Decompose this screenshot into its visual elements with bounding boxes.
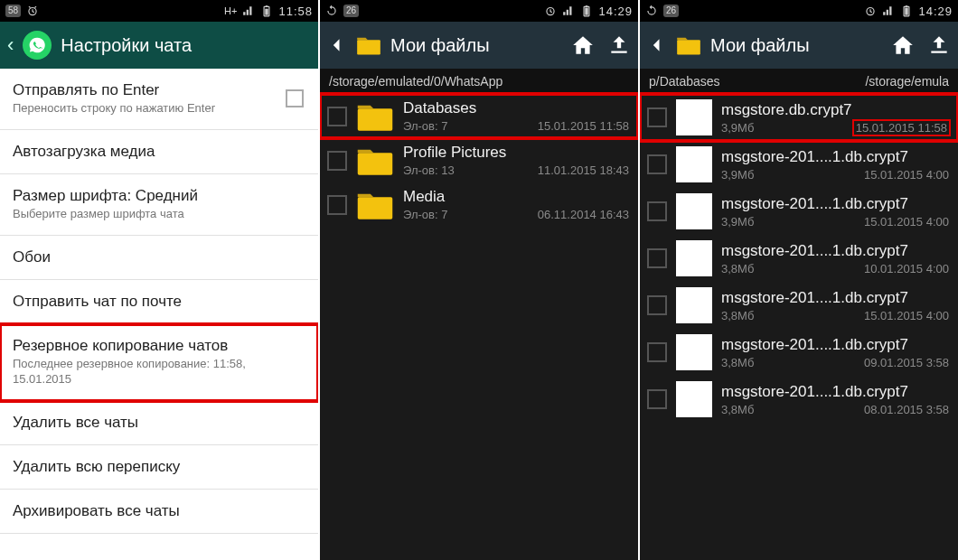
file-row[interactable]: msgstore-201....1.db.crypt73,9Мб15.01.20… xyxy=(640,141,958,188)
signal-icon xyxy=(882,5,895,17)
setting-title: Отправить чат по почте xyxy=(13,293,304,311)
file-sub: Эл-ов: 7 xyxy=(403,119,447,133)
checkbox[interactable] xyxy=(647,107,667,127)
back-icon[interactable] xyxy=(647,36,667,54)
checkbox[interactable] xyxy=(647,201,667,221)
file-date: 11.01.2015 18:43 xyxy=(538,163,629,177)
file-icon xyxy=(676,240,712,276)
battery-icon xyxy=(260,5,273,17)
signal-icon xyxy=(242,5,255,17)
setting-title: Размер шрифта: Средний xyxy=(13,187,304,205)
file-row[interactable]: msgstore-201....1.db.crypt73,8Мб10.01.20… xyxy=(640,235,958,282)
checkbox[interactable] xyxy=(647,295,667,315)
file-sub: 3,8Мб xyxy=(721,356,754,369)
signal-icon xyxy=(562,5,575,17)
file-name: msgstore.db.crypt7 xyxy=(721,101,949,119)
battery-icon xyxy=(900,5,913,17)
setting-item[interactable]: Автозагрузка медиа xyxy=(0,130,318,174)
file-row[interactable]: Profile PicturesЭл-ов: 1311.01.2015 18:4… xyxy=(320,138,638,182)
folder-icon xyxy=(356,34,381,56)
file-row[interactable]: msgstore.db.crypt73,9Мб15.01.2015 11:58 xyxy=(640,94,958,141)
folder-icon xyxy=(676,34,701,56)
file-name: msgstore-201....1.db.crypt7 xyxy=(721,148,949,166)
file-row[interactable]: msgstore-201....1.db.crypt73,9Мб15.01.20… xyxy=(640,188,958,235)
page-title: Мои файлы xyxy=(710,35,882,56)
svg-rect-3 xyxy=(266,5,268,6)
checkbox[interactable] xyxy=(327,107,347,126)
file-date: 15.01.2015 4:00 xyxy=(864,168,949,182)
svg-rect-11 xyxy=(358,197,393,219)
checkbox[interactable] xyxy=(286,89,304,107)
setting-title: Архивировать все чаты xyxy=(13,502,304,520)
file-icon xyxy=(676,381,712,417)
checkbox[interactable] xyxy=(647,342,667,362)
sync-icon xyxy=(645,5,658,17)
setting-subtitle: Переносить строку по нажатию Enter xyxy=(13,101,278,117)
file-row[interactable]: DatabasesЭл-ов: 715.01.2015 11:58 xyxy=(320,94,638,138)
file-date: 15.01.2015 4:00 xyxy=(864,215,949,229)
checkbox[interactable] xyxy=(647,389,667,409)
setting-item[interactable]: Отправить чат по почте xyxy=(0,280,318,324)
notification-badge: 58 xyxy=(5,5,21,17)
checkbox[interactable] xyxy=(327,151,347,171)
app-header: ‹ Настройки чата xyxy=(0,22,318,69)
status-bar: 58 H+ 11:58 xyxy=(0,0,318,22)
file-date: 15.01.2015 4:00 xyxy=(864,309,949,322)
file-icon xyxy=(676,193,712,229)
setting-subtitle: Выберите размер шрифта чата xyxy=(13,207,304,222)
setting-item[interactable]: Удалить всю переписку xyxy=(0,445,318,490)
setting-item[interactable]: Отправлять по EnterПереносить строку по … xyxy=(0,69,318,130)
page-title: Мои файлы xyxy=(390,35,562,56)
home-icon[interactable] xyxy=(571,33,595,57)
setting-title: Обои xyxy=(13,248,304,266)
home-icon[interactable] xyxy=(891,33,915,57)
svg-rect-9 xyxy=(358,108,393,131)
screen-myfiles-databases: 26 14:29 Мои файлы xyxy=(640,0,958,560)
setting-item[interactable]: Резервное копирование чатовПоследнее рез… xyxy=(0,324,318,401)
network-type: H+ xyxy=(224,5,237,16)
file-sub: Эл-ов: 13 xyxy=(403,163,455,177)
file-sub: 3,9Мб xyxy=(721,215,754,229)
file-icon xyxy=(676,146,712,182)
folder-icon xyxy=(356,100,394,133)
notification-badge: 26 xyxy=(343,5,359,17)
file-sub: 3,8Мб xyxy=(721,262,754,275)
status-bar: 26 14:29 xyxy=(640,0,958,22)
file-date: 15.01.2015 11:58 xyxy=(538,119,629,133)
page-title: Настройки чата xyxy=(61,35,192,56)
setting-title: Автозагрузка медиа xyxy=(13,143,304,161)
breadcrumb[interactable]: p/Databases /storage/emula xyxy=(640,69,958,94)
back-icon[interactable]: ‹ xyxy=(7,33,14,57)
svg-rect-7 xyxy=(586,5,587,6)
svg-rect-2 xyxy=(266,9,269,15)
back-icon[interactable] xyxy=(327,36,347,54)
clock: 14:29 xyxy=(598,5,633,18)
sync-icon xyxy=(325,5,338,17)
folder-icon xyxy=(356,145,394,177)
file-icon xyxy=(676,287,712,323)
alarm-icon xyxy=(26,5,39,17)
file-row[interactable]: msgstore-201....1.db.crypt73,8Мб15.01.20… xyxy=(640,282,958,329)
checkbox[interactable] xyxy=(647,248,667,268)
svg-rect-6 xyxy=(586,8,589,15)
checkbox[interactable] xyxy=(647,154,667,174)
file-date: 15.01.2015 11:58 xyxy=(854,121,949,135)
upload-icon[interactable] xyxy=(927,33,951,57)
breadcrumb[interactable]: /storage/emulated/0/WhatsApp xyxy=(320,69,638,94)
file-sub: 3,8Мб xyxy=(721,309,754,322)
file-row[interactable]: msgstore-201....1.db.crypt73,8Мб09.01.20… xyxy=(640,329,958,376)
file-date: 09.01.2015 3:58 xyxy=(864,356,949,369)
file-name: msgstore-201....1.db.crypt7 xyxy=(721,383,949,401)
file-row[interactable]: msgstore-201....1.db.crypt73,8Мб08.01.20… xyxy=(640,376,958,423)
setting-item[interactable]: Обои xyxy=(0,236,318,280)
upload-icon[interactable] xyxy=(607,33,631,57)
notification-badge: 26 xyxy=(663,5,679,17)
status-bar: 26 14:29 xyxy=(320,0,638,22)
checkbox[interactable] xyxy=(327,195,347,215)
alarm-icon xyxy=(864,5,877,17)
file-row[interactable]: MediaЭл-ов: 706.11.2014 16:43 xyxy=(320,182,638,227)
setting-item[interactable]: Удалить все чаты xyxy=(0,401,318,445)
setting-item[interactable]: Размер шрифта: СреднийВыберите размер шр… xyxy=(0,174,318,236)
file-sub: Эл-ов: 7 xyxy=(403,208,447,221)
setting-item[interactable]: Архивировать все чаты xyxy=(0,490,318,534)
